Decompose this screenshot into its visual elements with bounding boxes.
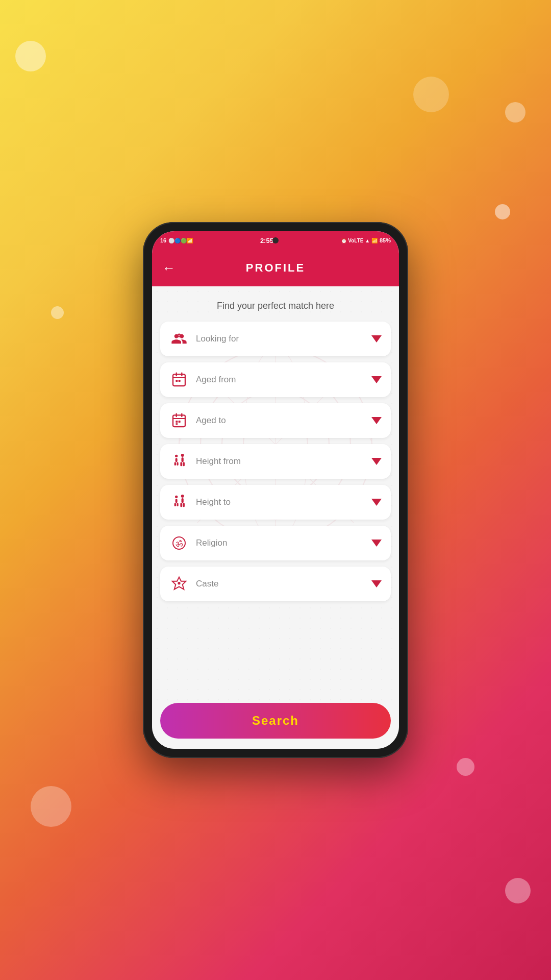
search-button-container: Search <box>152 703 399 749</box>
aged-from-label: Aged from <box>196 375 364 385</box>
svg-point-36 <box>181 495 184 498</box>
caste-icon <box>169 574 189 594</box>
svg-rect-21 <box>176 421 178 423</box>
looking-for-chevron <box>371 335 382 342</box>
svg-rect-39 <box>183 503 185 507</box>
religion-icon: ॐ <box>169 533 189 553</box>
height-to-dropdown[interactable]: Height to <box>160 485 391 520</box>
status-right: ⏰ VoLTE ▲ 📶 85% <box>341 237 391 243</box>
status-time-left: 16 <box>160 237 166 243</box>
people-icon <box>169 329 189 349</box>
svg-rect-37 <box>182 498 184 503</box>
page-subtitle: Find your perfect match here <box>152 286 399 322</box>
svg-rect-35 <box>177 503 178 506</box>
svg-rect-34 <box>174 503 176 506</box>
svg-point-43 <box>178 582 180 584</box>
height-to-icon <box>169 493 189 512</box>
status-battery: 85% <box>380 237 391 243</box>
height-from-icon <box>169 452 189 471</box>
aged-to-label: Aged to <box>196 415 364 426</box>
back-button[interactable]: ← <box>162 260 176 276</box>
religion-label: Religion <box>196 538 364 548</box>
calendar-from-icon <box>169 370 189 389</box>
looking-for-label: Looking for <box>196 334 364 344</box>
aged-from-dropdown[interactable]: Aged from <box>160 362 391 397</box>
svg-rect-15 <box>176 380 178 382</box>
caste-dropdown[interactable]: Caste <box>160 567 391 601</box>
status-time: 2:55 <box>260 237 273 244</box>
svg-rect-31 <box>183 462 185 466</box>
height-from-dropdown[interactable]: Height from <box>160 444 391 479</box>
caste-chevron <box>371 580 382 587</box>
status-icons-right: ⏰ VoLTE ▲ 📶 <box>341 238 378 243</box>
svg-rect-38 <box>180 503 182 507</box>
content-area: Find your perfect match here Looking for <box>152 286 399 703</box>
search-button[interactable]: Search <box>160 703 391 739</box>
height-to-chevron <box>371 499 382 506</box>
svg-rect-25 <box>176 458 178 462</box>
svg-rect-27 <box>177 462 178 465</box>
calendar-to-icon <box>169 411 189 430</box>
svg-rect-16 <box>179 380 181 382</box>
status-left: 16 ⚪🔵🟢📶 <box>160 237 193 243</box>
height-from-label: Height from <box>196 456 364 467</box>
phone-screen: 16 ⚪🔵🟢📶 2:55 ⏰ VoLTE ▲ 📶 85% ← PROFILE <box>152 231 399 749</box>
app-header: ← PROFILE <box>152 250 399 286</box>
svg-point-32 <box>175 496 178 498</box>
aged-to-dropdown[interactable]: Aged to <box>160 403 391 438</box>
svg-rect-26 <box>174 462 176 465</box>
aged-from-chevron <box>371 376 382 383</box>
svg-text:ॐ: ॐ <box>176 539 183 549</box>
filter-list: Looking for A <box>152 322 399 601</box>
looking-for-dropdown[interactable]: Looking for <box>160 322 391 356</box>
religion-dropdown[interactable]: ॐ Religion <box>160 526 391 560</box>
height-to-label: Height to <box>196 497 364 507</box>
front-camera <box>272 237 279 243</box>
svg-rect-23 <box>176 423 178 425</box>
svg-point-24 <box>175 455 178 457</box>
page-title: PROFILE <box>246 261 305 275</box>
caste-label: Caste <box>196 579 364 589</box>
svg-rect-30 <box>180 462 182 466</box>
aged-to-chevron <box>371 417 382 424</box>
svg-point-28 <box>181 454 184 457</box>
height-from-chevron <box>371 458 382 465</box>
phone-frame: 16 ⚪🔵🟢📶 2:55 ⏰ VoLTE ▲ 📶 85% ← PROFILE <box>143 222 408 758</box>
status-icons-left: ⚪🔵🟢📶 <box>168 238 193 243</box>
svg-rect-33 <box>176 499 178 503</box>
svg-rect-29 <box>182 457 184 462</box>
religion-chevron <box>371 540 382 547</box>
svg-rect-22 <box>179 421 181 423</box>
